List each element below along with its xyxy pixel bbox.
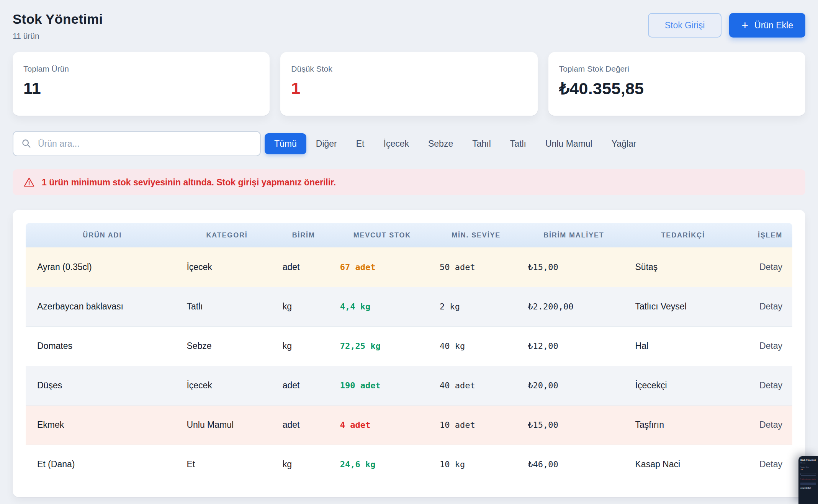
plus-icon: +: [741, 20, 748, 31]
pip-warning-text: 1 ürün minimum stok seviyesinin altında.: [800, 478, 816, 480]
table-row: Ekmek Unlu Mamul adet 4 adet 10 adet ₺15…: [26, 405, 792, 445]
cell-unit-cost: ₺15,00: [520, 247, 627, 287]
controls-row: Tümü Diğer Et İçecek Sebze Tahıl Tatlı U…: [13, 131, 805, 156]
cell-current-stock: 72,25 kg: [332, 326, 432, 366]
table-row: Azerbaycan baklavası Tatlı kg 4,4 kg 2 k…: [26, 287, 792, 326]
column-header: BİRİM: [275, 223, 332, 247]
cell-current-stock: 4 adet: [332, 405, 432, 445]
cell-unit: adet: [275, 247, 332, 287]
stock-value: 24,6 kg: [340, 460, 376, 469]
cell-action: Detay: [739, 247, 792, 287]
cell-product-name: Düşes: [26, 366, 179, 405]
stat-card: Toplam Stok Değeri ₺40.355,85: [548, 52, 805, 116]
cell-product-name: Domates: [26, 326, 179, 366]
category-filter-chip[interactable]: Unlu Mamul: [536, 133, 602, 154]
stock-value: 4,4 kg: [340, 302, 370, 311]
cell-unit-cost: ₺2.200,00: [520, 287, 627, 326]
pip-preview[interactable]: Stok Yönetimi 11 ürün Toplam Ürün 11 1 ü…: [798, 456, 818, 504]
cell-current-stock: 24,6 kg: [332, 445, 432, 484]
table-header: ÜRÜN ADI KATEGORİ BİRİM MEVCUT STOK MİN.…: [26, 223, 792, 247]
cell-min-level: 10 adet: [432, 405, 520, 445]
table-row: Ayran (0.35cl) İçecek adet 67 adet 50 ad…: [26, 247, 792, 287]
detail-link[interactable]: Detay: [759, 459, 782, 469]
pip-stat-label: Toplam Ürün: [800, 466, 816, 468]
category-filter-chip[interactable]: Tahıl: [463, 133, 501, 154]
table-body: Ayran (0.35cl) İçecek adet 67 adet 50 ad…: [26, 247, 792, 484]
cell-min-level: 40 adet: [432, 366, 520, 405]
column-header: MİN. SEVİYE: [432, 223, 520, 247]
detail-link[interactable]: Detay: [759, 420, 782, 430]
add-product-button[interactable]: + Ürün Ekle: [729, 13, 805, 38]
cell-category: Unlu Mamul: [179, 405, 275, 445]
inventory-table: ÜRÜN ADI KATEGORİ BİRİM MEVCUT STOK MİN.…: [26, 223, 792, 484]
detail-link[interactable]: Detay: [759, 262, 782, 272]
search-icon: [21, 138, 32, 149]
add-product-label: Ürün Ekle: [754, 20, 793, 31]
pip-title: Stok Yönetimi: [800, 459, 816, 461]
alert-text: 1 ürün minimum stok seviyesinin altında.…: [42, 177, 336, 188]
column-header: İŞLEM: [739, 223, 792, 247]
category-filter-chip[interactable]: Diğer: [306, 133, 347, 154]
detail-link[interactable]: Detay: [759, 341, 782, 351]
stat-value: ₺40.355,85: [559, 79, 795, 98]
cell-current-stock: 190 adet: [332, 366, 432, 405]
stat-label: Toplam Ürün: [23, 64, 259, 74]
cell-unit-cost: ₺15,00: [520, 405, 627, 445]
search-box: [13, 131, 261, 156]
stock-entry-button[interactable]: Stok Girişi: [648, 13, 722, 38]
cell-supplier: Kasap Naci: [628, 445, 739, 484]
cell-unit: kg: [275, 326, 332, 366]
cell-min-level: 10 kg: [432, 445, 520, 484]
detail-link[interactable]: Detay: [759, 301, 782, 311]
warning-icon: [23, 177, 35, 188]
cell-unit: kg: [275, 287, 332, 326]
stock-management-page: Stok Yönetimi 11 ürün Stok Girişi + Ürün…: [0, 0, 818, 497]
category-filters: Tümü Diğer Et İçecek Sebze Tahıl Tatlı U…: [265, 133, 646, 154]
category-filter-chip[interactable]: Tümü: [265, 133, 306, 154]
cell-action: Detay: [739, 366, 792, 405]
pip-table-row: Ayran (0.35cl): [800, 487, 816, 489]
category-filter-chip[interactable]: Tatlı: [501, 133, 536, 154]
cell-unit: kg: [275, 445, 332, 484]
stat-value: 1: [291, 79, 527, 98]
stock-value: 67 adet: [340, 262, 376, 272]
top-bar: Stok Yönetimi 11 ürün Stok Girişi + Ürün…: [13, 8, 805, 41]
cell-action: Detay: [739, 445, 792, 484]
column-header: MEVCUT STOK: [332, 223, 432, 247]
category-filter-chip[interactable]: İçecek: [374, 133, 419, 154]
cell-action: Detay: [739, 287, 792, 326]
stat-card: Toplam Ürün 11: [13, 52, 270, 116]
cell-supplier: Sütaş: [628, 247, 739, 287]
stat-value: 11: [23, 79, 259, 98]
pip-stat-value: 11: [800, 468, 816, 471]
cell-supplier: Taşfırın: [628, 405, 739, 445]
column-header: BİRİM MALİYET: [520, 223, 627, 247]
stat-card: Düşük Stok 1: [280, 52, 537, 116]
detail-link[interactable]: Detay: [759, 380, 782, 390]
table-row: Domates Sebze kg 72,25 kg 40 kg ₺12,00 H…: [26, 326, 792, 366]
page-title: Stok Yönetimi: [13, 11, 103, 27]
table-row: Düşes İçecek adet 190 adet 40 adet ₺20,0…: [26, 366, 792, 405]
category-filter-chip[interactable]: Sebze: [419, 133, 463, 154]
category-filter-chip[interactable]: Yağlar: [602, 133, 646, 154]
cell-product-name: Ekmek: [26, 405, 179, 445]
inventory-table-card: ÜRÜN ADI KATEGORİ BİRİM MEVCUT STOK MİN.…: [13, 210, 805, 497]
search-input[interactable]: [37, 138, 252, 149]
cell-unit: adet: [275, 405, 332, 445]
title-block: Stok Yönetimi 11 ürün: [13, 8, 103, 41]
cell-product-name: Azerbaycan baklavası: [26, 287, 179, 326]
cell-action: Detay: [739, 326, 792, 366]
category-filter-chip[interactable]: Et: [347, 133, 374, 154]
table-row: Et (Dana) Et kg 24,6 kg 10 kg ₺46,00 Kas…: [26, 445, 792, 484]
low-stock-alert: 1 ürün minimum stok seviyesinin altında.…: [13, 169, 805, 195]
cell-supplier: İçecekçi: [628, 366, 739, 405]
cell-supplier: Hal: [628, 326, 739, 366]
column-header: ÜRÜN ADI: [26, 223, 179, 247]
cell-unit-cost: ₺12,00: [520, 326, 627, 366]
stat-cards: Toplam Ürün 11 Düşük Stok 1 Toplam Stok …: [13, 52, 805, 116]
cell-unit: adet: [275, 366, 332, 405]
cell-category: Et: [179, 445, 275, 484]
cell-unit-cost: ₺20,00: [520, 366, 627, 405]
pip-table-header: [800, 483, 816, 485]
pip-subtitle: 11 ürün: [800, 462, 816, 464]
